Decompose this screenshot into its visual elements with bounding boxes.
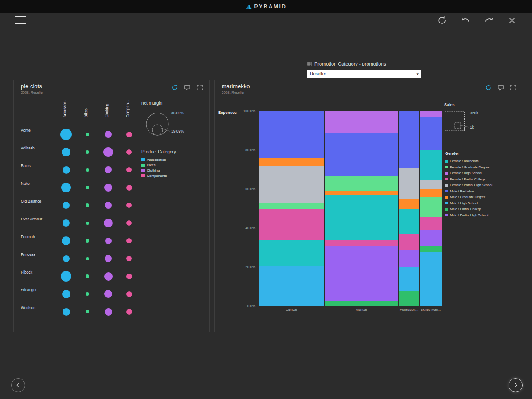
- marimekko-segment[interactable]: [325, 133, 398, 176]
- marimekko-segment[interactable]: [420, 117, 442, 150]
- maximize-icon[interactable]: [510, 84, 516, 91]
- legend-item[interactable]: Male / Bachelors: [445, 189, 520, 193]
- menu-icon[interactable]: [15, 16, 26, 24]
- marimekko-segment[interactable]: [420, 230, 442, 246]
- legend-item[interactable]: Male / High School: [445, 201, 520, 205]
- bubble-mark[interactable]: [103, 147, 113, 157]
- bubble-mark[interactable]: [86, 150, 89, 154]
- bubble-mark[interactable]: [86, 222, 89, 225]
- legend-item[interactable]: Female / High School: [445, 171, 520, 175]
- marimekko-segment[interactable]: [399, 199, 419, 209]
- bubble-mark[interactable]: [105, 238, 112, 244]
- legend-item[interactable]: Female / Partial College: [445, 177, 520, 181]
- marimekko-segment[interactable]: [420, 111, 442, 117]
- marimekko-segment[interactable]: [325, 176, 398, 191]
- bubble-mark[interactable]: [126, 309, 132, 315]
- bubble-mark[interactable]: [105, 255, 112, 262]
- bubble-mark[interactable]: [126, 149, 132, 155]
- marimekko-segment[interactable]: [420, 252, 442, 306]
- marimekko-segment[interactable]: [420, 197, 442, 217]
- bubble-mark[interactable]: [63, 166, 70, 174]
- legend-item[interactable]: Clothing: [141, 168, 208, 172]
- marimekko-segment[interactable]: [259, 209, 324, 240]
- redo-icon[interactable]: [484, 15, 494, 26]
- bubble-mark[interactable]: [126, 291, 132, 297]
- bubble-mark[interactable]: [63, 308, 70, 316]
- marimekko-segment[interactable]: [399, 234, 419, 250]
- bubble-mark[interactable]: [105, 308, 112, 316]
- legend-item[interactable]: Female / Graduate Degree: [445, 165, 520, 169]
- marimekko-segment[interactable]: [420, 246, 442, 252]
- bubble-mark[interactable]: [104, 184, 112, 192]
- marimekko-segment[interactable]: [420, 189, 442, 197]
- bubble-mark[interactable]: [126, 220, 132, 226]
- bubble-mark[interactable]: [86, 203, 89, 207]
- bubble-mark[interactable]: [126, 256, 132, 261]
- bubble-mark[interactable]: [86, 257, 89, 260]
- promotion-dropdown[interactable]: Reseller ▾: [307, 70, 421, 78]
- bubble-mark[interactable]: [86, 133, 89, 136]
- bubble-mark[interactable]: [61, 183, 71, 192]
- maximize-icon[interactable]: [196, 84, 203, 91]
- bubble-mark[interactable]: [63, 255, 70, 262]
- marimekko-segment[interactable]: [399, 168, 419, 199]
- comments-icon[interactable]: [497, 84, 504, 91]
- bubble-mark[interactable]: [126, 185, 132, 191]
- bubble-mark[interactable]: [105, 131, 112, 138]
- bubble-mark[interactable]: [105, 202, 112, 209]
- bubble-mark[interactable]: [86, 310, 89, 313]
- marimekko-segment[interactable]: [325, 111, 398, 133]
- marimekko-segment[interactable]: [399, 111, 419, 168]
- bubble-mark[interactable]: [126, 203, 132, 208]
- bubble-mark[interactable]: [86, 168, 89, 172]
- bubble-mark[interactable]: [63, 219, 70, 227]
- refresh-icon[interactable]: [485, 84, 492, 91]
- bubble-mark[interactable]: [104, 219, 113, 227]
- bubble-mark[interactable]: [63, 202, 70, 209]
- marimekko-segment[interactable]: [399, 291, 419, 306]
- bubble-mark[interactable]: [105, 166, 112, 173]
- marimekko-segment[interactable]: [325, 195, 398, 240]
- marimekko-segment[interactable]: [420, 180, 442, 189]
- prev-page-button[interactable]: [11, 378, 25, 392]
- bubble-mark[interactable]: [126, 238, 132, 243]
- comments-icon[interactable]: [184, 84, 191, 91]
- marimekko-segment[interactable]: [259, 111, 324, 158]
- marimekko-segment[interactable]: [399, 267, 419, 291]
- undo-icon[interactable]: [460, 15, 471, 26]
- marimekko-segment[interactable]: [259, 203, 324, 209]
- bubble-mark[interactable]: [62, 290, 70, 298]
- marimekko-segment[interactable]: [259, 240, 324, 265]
- bubble-mark[interactable]: [62, 236, 70, 245]
- refresh-icon[interactable]: [172, 84, 178, 91]
- bubble-mark[interactable]: [86, 292, 89, 296]
- legend-item[interactable]: Male / Partial College: [445, 207, 520, 211]
- marimekko-segment[interactable]: [259, 266, 324, 306]
- legend-item[interactable]: Male / Partial High School: [445, 213, 520, 217]
- marimekko-segment[interactable]: [325, 191, 398, 195]
- bubble-mark[interactable]: [86, 186, 89, 189]
- bubble-mark[interactable]: [61, 271, 71, 282]
- marimekko-segment[interactable]: [259, 158, 324, 166]
- bubble-mark[interactable]: [104, 272, 113, 281]
- bubble-mark[interactable]: [86, 274, 89, 278]
- reset-icon[interactable]: [437, 15, 447, 26]
- marimekko-segment[interactable]: [259, 166, 324, 203]
- next-page-button[interactable]: [509, 378, 523, 392]
- marimekko-segment[interactable]: [420, 217, 442, 231]
- legend-item[interactable]: Accessories: [141, 158, 208, 162]
- close-icon[interactable]: [507, 16, 517, 25]
- legend-item[interactable]: Female / Bachelors: [445, 159, 520, 163]
- bubble-mark[interactable]: [104, 290, 112, 298]
- bubble-mark[interactable]: [86, 239, 89, 243]
- marimekko-segment[interactable]: [325, 301, 398, 306]
- legend-item[interactable]: Components: [141, 174, 208, 178]
- marimekko-segment[interactable]: [325, 240, 398, 246]
- bubble-mark[interactable]: [126, 274, 132, 279]
- marimekko-segment[interactable]: [420, 150, 442, 180]
- bubble-mark[interactable]: [126, 167, 132, 172]
- legend-item[interactable]: Male / Graduate Degree: [445, 195, 520, 199]
- bubble-mark[interactable]: [126, 132, 132, 137]
- marimekko-segment[interactable]: [325, 246, 398, 301]
- bubble-mark[interactable]: [62, 148, 70, 156]
